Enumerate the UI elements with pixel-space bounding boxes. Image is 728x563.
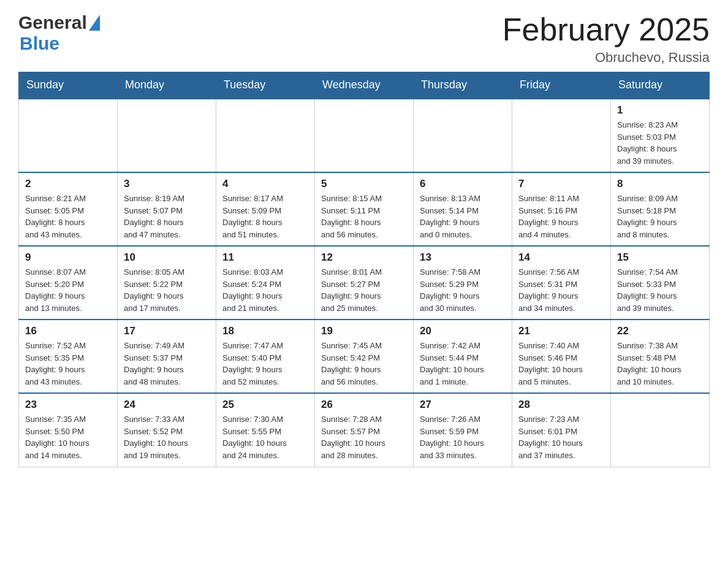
logo-flag-icon: [89, 15, 100, 31]
weekday-header-row: SundayMondayTuesdayWednesdayThursdayFrid…: [19, 72, 710, 99]
calendar-cell: 7Sunrise: 8:11 AMSunset: 5:16 PMDaylight…: [512, 172, 611, 246]
day-info: Sunrise: 7:54 AMSunset: 5:33 PMDaylight:…: [617, 266, 703, 314]
day-number: 18: [222, 325, 308, 337]
weekday-header-thursday: Thursday: [414, 72, 512, 99]
calendar-cell: 1Sunrise: 8:23 AMSunset: 5:03 PMDaylight…: [611, 99, 710, 173]
calendar-cell: [611, 393, 710, 467]
calendar-week-0: 1Sunrise: 8:23 AMSunset: 5:03 PMDaylight…: [19, 99, 710, 173]
day-info: Sunrise: 7:45 AMSunset: 5:42 PMDaylight:…: [321, 340, 407, 388]
day-info: Sunrise: 7:42 AMSunset: 5:44 PMDaylight:…: [420, 340, 506, 388]
calendar-cell: 6Sunrise: 8:13 AMSunset: 5:14 PMDaylight…: [414, 172, 512, 246]
day-info: Sunrise: 7:49 AMSunset: 5:37 PMDaylight:…: [124, 340, 210, 388]
weekday-header-tuesday: Tuesday: [216, 72, 315, 99]
day-number: 4: [222, 178, 308, 190]
day-number: 9: [25, 251, 111, 264]
month-title: February 2025: [502, 12, 710, 47]
day-info: Sunrise: 8:05 AMSunset: 5:22 PMDaylight:…: [124, 266, 210, 314]
day-info: Sunrise: 8:21 AMSunset: 5:05 PMDaylight:…: [25, 193, 111, 240]
day-number: 23: [25, 399, 111, 411]
day-info: Sunrise: 7:56 AMSunset: 5:31 PMDaylight:…: [518, 266, 604, 314]
day-number: 3: [124, 178, 210, 190]
calendar-cell: 3Sunrise: 8:19 AMSunset: 5:07 PMDaylight…: [118, 172, 216, 246]
day-number: 12: [321, 251, 407, 264]
day-info: Sunrise: 8:23 AMSunset: 5:03 PMDaylight:…: [617, 119, 703, 167]
calendar-table: SundayMondayTuesdayWednesdayThursdayFrid…: [18, 72, 710, 467]
day-info: Sunrise: 8:19 AMSunset: 5:07 PMDaylight:…: [124, 193, 210, 240]
calendar-cell: 24Sunrise: 7:33 AMSunset: 5:52 PMDayligh…: [118, 393, 216, 467]
logo-general-text: General: [18, 12, 87, 33]
calendar-cell: 21Sunrise: 7:40 AMSunset: 5:46 PMDayligh…: [512, 320, 611, 393]
day-number: 17: [124, 325, 210, 337]
calendar-cell: [512, 99, 611, 173]
calendar-cell: 16Sunrise: 7:52 AMSunset: 5:35 PMDayligh…: [19, 320, 118, 393]
day-number: 13: [420, 251, 506, 264]
day-number: 14: [518, 251, 604, 264]
day-info: Sunrise: 8:01 AMSunset: 5:27 PMDaylight:…: [321, 266, 407, 314]
day-number: 2: [25, 178, 111, 190]
day-number: 24: [124, 399, 210, 411]
day-info: Sunrise: 8:03 AMSunset: 5:24 PMDaylight:…: [222, 266, 308, 314]
calendar-cell: 19Sunrise: 7:45 AMSunset: 5:42 PMDayligh…: [315, 320, 414, 393]
calendar-cell: 27Sunrise: 7:26 AMSunset: 5:59 PMDayligh…: [414, 393, 512, 467]
day-number: 19: [321, 325, 407, 337]
day-number: 5: [321, 178, 407, 190]
title-area: February 2025 Obruchevo, Russia: [502, 12, 710, 66]
day-number: 20: [420, 325, 506, 337]
calendar-cell: 12Sunrise: 8:01 AMSunset: 5:27 PMDayligh…: [315, 246, 414, 320]
calendar-cell: 13Sunrise: 7:58 AMSunset: 5:29 PMDayligh…: [414, 246, 512, 320]
calendar-cell: 26Sunrise: 7:28 AMSunset: 5:57 PMDayligh…: [315, 393, 414, 467]
weekday-header-saturday: Saturday: [611, 72, 710, 99]
calendar-cell: 20Sunrise: 7:42 AMSunset: 5:44 PMDayligh…: [414, 320, 512, 393]
day-number: 6: [420, 178, 506, 190]
day-number: 26: [321, 399, 407, 411]
calendar-cell: 23Sunrise: 7:35 AMSunset: 5:50 PMDayligh…: [19, 393, 118, 467]
day-number: 1: [617, 104, 703, 117]
day-info: Sunrise: 7:30 AMSunset: 5:55 PMDaylight:…: [222, 413, 308, 461]
day-info: Sunrise: 7:28 AMSunset: 5:57 PMDaylight:…: [321, 413, 407, 461]
weekday-header-sunday: Sunday: [19, 72, 118, 99]
calendar-cell: 22Sunrise: 7:38 AMSunset: 5:48 PMDayligh…: [611, 320, 710, 393]
day-info: Sunrise: 8:17 AMSunset: 5:09 PMDaylight:…: [222, 193, 308, 240]
day-info: Sunrise: 7:26 AMSunset: 5:59 PMDaylight:…: [420, 413, 506, 461]
calendar-cell: [315, 99, 414, 173]
calendar-cell: [118, 99, 216, 173]
calendar-cell: [414, 99, 512, 173]
calendar-cell: 14Sunrise: 7:56 AMSunset: 5:31 PMDayligh…: [512, 246, 611, 320]
day-info: Sunrise: 7:58 AMSunset: 5:29 PMDaylight:…: [420, 266, 506, 314]
calendar-cell: 15Sunrise: 7:54 AMSunset: 5:33 PMDayligh…: [611, 246, 710, 320]
day-number: 7: [518, 178, 604, 190]
day-info: Sunrise: 8:07 AMSunset: 5:20 PMDaylight:…: [25, 266, 111, 314]
calendar-cell: 11Sunrise: 8:03 AMSunset: 5:24 PMDayligh…: [216, 246, 315, 320]
calendar-week-4: 23Sunrise: 7:35 AMSunset: 5:50 PMDayligh…: [19, 393, 710, 467]
day-info: Sunrise: 7:33 AMSunset: 5:52 PMDaylight:…: [124, 413, 210, 461]
day-info: Sunrise: 7:35 AMSunset: 5:50 PMDaylight:…: [25, 413, 111, 461]
day-number: 11: [222, 251, 308, 264]
calendar-cell: [216, 99, 315, 173]
weekday-header-wednesday: Wednesday: [315, 72, 414, 99]
day-number: 16: [25, 325, 111, 337]
calendar-cell: 8Sunrise: 8:09 AMSunset: 5:18 PMDaylight…: [611, 172, 710, 246]
day-number: 27: [420, 399, 506, 411]
day-number: 22: [617, 325, 703, 337]
day-info: Sunrise: 7:47 AMSunset: 5:40 PMDaylight:…: [222, 340, 308, 388]
calendar-week-2: 9Sunrise: 8:07 AMSunset: 5:20 PMDaylight…: [19, 246, 710, 320]
weekday-header-friday: Friday: [512, 72, 611, 99]
calendar-week-3: 16Sunrise: 7:52 AMSunset: 5:35 PMDayligh…: [19, 320, 710, 393]
calendar-cell: 17Sunrise: 7:49 AMSunset: 5:37 PMDayligh…: [118, 320, 216, 393]
day-number: 10: [124, 251, 210, 264]
page-header: General Blue February 2025 Obruchevo, Ru…: [18, 12, 710, 66]
calendar-cell: [19, 99, 118, 173]
day-number: 21: [518, 325, 604, 337]
calendar-cell: 2Sunrise: 8:21 AMSunset: 5:05 PMDaylight…: [19, 172, 118, 246]
day-info: Sunrise: 7:38 AMSunset: 5:48 PMDaylight:…: [617, 340, 703, 388]
day-info: Sunrise: 8:11 AMSunset: 5:16 PMDaylight:…: [518, 193, 604, 240]
logo-blue-text: Blue: [20, 33, 59, 54]
calendar-cell: 5Sunrise: 8:15 AMSunset: 5:11 PMDaylight…: [315, 172, 414, 246]
day-number: 25: [222, 399, 308, 411]
day-info: Sunrise: 7:23 AMSunset: 6:01 PMDaylight:…: [518, 413, 604, 461]
calendar-week-1: 2Sunrise: 8:21 AMSunset: 5:05 PMDaylight…: [19, 172, 710, 246]
weekday-header-monday: Monday: [118, 72, 216, 99]
calendar-cell: 28Sunrise: 7:23 AMSunset: 6:01 PMDayligh…: [512, 393, 611, 467]
calendar-cell: 18Sunrise: 7:47 AMSunset: 5:40 PMDayligh…: [216, 320, 315, 393]
logo: General Blue: [18, 12, 100, 54]
